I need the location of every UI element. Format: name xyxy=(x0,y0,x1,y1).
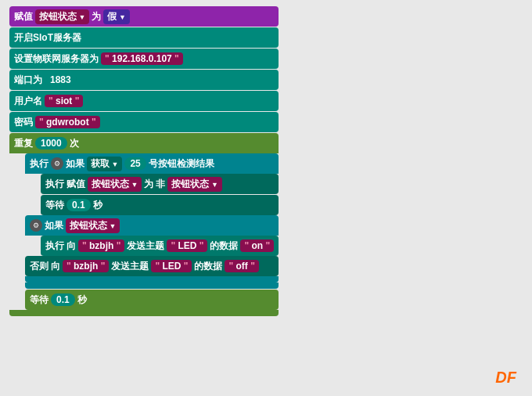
wait-value-2[interactable]: 0.1 xyxy=(51,293,75,306)
sec-label-1: 秒 xyxy=(93,199,102,212)
topic-src-2[interactable]: bzbjh xyxy=(63,260,109,272)
assign-not-block[interactable]: 执行 赋值 按钮状态 为 非 按钮状态 xyxy=(41,174,279,194)
wait-label-1: 等待 xyxy=(45,199,64,212)
set-server-label: 设置物联网服务器为 xyxy=(14,52,99,66)
send-on-block[interactable]: 执行 向 bzbjh 发送主题 LED 的数据 on xyxy=(41,236,279,256)
detect-label: 号按钮检测结果 xyxy=(149,157,214,171)
var-name-2[interactable]: 按钮状态 xyxy=(88,177,142,192)
wait-label-2: 等待 xyxy=(30,293,49,307)
if-state-footer xyxy=(25,276,279,283)
password-block[interactable]: 密码 gdwrobot xyxy=(9,112,279,132)
repeat-block[interactable]: 重复 1000 次 执行 ⚙ 如果 获取 25 号按钮检测结果 xyxy=(9,133,279,316)
iot-start-block[interactable]: 开启SIoT服务器 xyxy=(9,27,279,48)
sec-label-2: 秒 xyxy=(77,293,87,307)
topic-1[interactable]: LED xyxy=(167,239,207,252)
wait-value-1[interactable]: 0.1 xyxy=(66,199,91,211)
workspace: 赋值 按钮状态 为 假 开启SIoT服务器 设置物联网服务器为 192.168.… xyxy=(0,0,532,396)
if-label-1: 如果 xyxy=(66,157,84,171)
gear-icon-1[interactable]: ⚙ xyxy=(51,157,63,170)
repeat-count[interactable]: 1000 xyxy=(35,137,67,149)
pin-value[interactable]: 25 xyxy=(124,157,146,170)
data-label-1: 的数据 xyxy=(210,239,238,253)
server-value[interactable]: 192.168.0.107 xyxy=(101,52,183,65)
if-condition[interactable]: 按钮状态 xyxy=(66,218,120,233)
wait-block-1[interactable]: 等待 0.1 秒 xyxy=(41,195,279,215)
data-label-2: 的数据 xyxy=(194,260,222,273)
if-label-2: 如果 xyxy=(45,219,63,232)
send-label-2: 发送主题 xyxy=(111,260,149,273)
wait-block-2[interactable]: 等待 0.1 秒 xyxy=(25,290,279,310)
password-value[interactable]: gdwrobot xyxy=(35,116,100,128)
not-label: 非 xyxy=(156,178,165,191)
assign-block[interactable]: 赋值 按钮状态 为 假 xyxy=(9,6,279,27)
var-dropdown[interactable]: 按钮状态 xyxy=(35,9,89,24)
send-off-block[interactable]: 否则 向 bzbjh 发送主题 LED 的数据 off xyxy=(25,256,279,276)
port-value[interactable]: 1883 xyxy=(45,74,77,86)
as-label: 为 xyxy=(92,10,101,23)
if-state-block[interactable]: ⚙ 如果 按钮状态 执行 向 bzbjh 发送主题 LED xyxy=(25,215,279,283)
port-label: 端口为 xyxy=(14,74,42,87)
send-label-1: 发送主题 xyxy=(127,239,164,253)
password-label: 密码 xyxy=(14,116,33,129)
assign-label-2: 赋值 xyxy=(66,178,85,191)
to-label-1: 向 xyxy=(66,239,76,253)
topic-src-1[interactable]: bzbjh xyxy=(78,239,124,252)
username-block[interactable]: 用户名 siot xyxy=(9,91,279,111)
loop-footer xyxy=(9,310,279,316)
repeat-label: 重复 xyxy=(14,137,33,150)
get-label[interactable]: 获取 xyxy=(87,157,122,171)
payload-2[interactable]: off xyxy=(225,260,258,272)
as-label-2: 为 xyxy=(144,178,153,191)
payload-1[interactable]: on xyxy=(240,239,274,252)
username-label: 用户名 xyxy=(14,95,42,108)
to-label-2: 向 xyxy=(51,260,60,273)
df-brand: DF xyxy=(495,369,516,387)
exec-label-2: 执行 xyxy=(45,178,64,191)
if-button-block[interactable]: 执行 ⚙ 如果 获取 25 号按钮检测结果 执行 赋值 按钮状态 xyxy=(25,153,279,289)
if-button-footer xyxy=(25,283,279,289)
exec-label-3: 执行 xyxy=(45,239,64,253)
set-server-block[interactable]: 设置物联网服务器为 192.168.0.107 xyxy=(9,49,279,69)
send-on-wrapper: 执行 向 bzbjh 发送主题 LED 的数据 on xyxy=(41,236,279,256)
topic-2[interactable]: LED xyxy=(151,260,192,272)
value-dropdown[interactable]: 假 xyxy=(103,9,129,24)
port-block[interactable]: 端口为 1883 xyxy=(9,70,279,90)
times-label: 次 xyxy=(70,137,79,150)
blocks-container: 赋值 按钮状态 为 假 开启SIoT服务器 设置物联网服务器为 192.168.… xyxy=(9,6,279,316)
assign-label: 赋值 xyxy=(14,10,33,23)
not-value[interactable]: 按钮状态 xyxy=(167,177,221,192)
else-label: 否则 xyxy=(30,260,49,273)
iot-start-label: 开启SIoT服务器 xyxy=(14,31,81,45)
username-value[interactable]: siot xyxy=(45,95,83,107)
exec-label-1: 执行 xyxy=(30,157,49,171)
gear-icon-2[interactable]: ⚙ xyxy=(30,219,42,232)
